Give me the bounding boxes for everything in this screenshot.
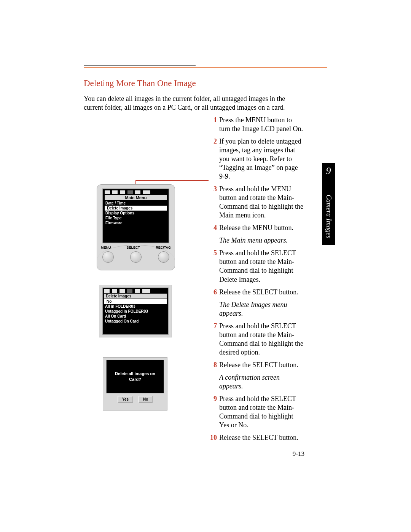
step-text: Press and hold the SELECT button and rot… bbox=[219, 395, 304, 430]
confirm-message: Delete all images on Card? bbox=[106, 360, 164, 393]
rectag-button[interactable] bbox=[158, 251, 169, 263]
note-confirmation-appears: A confirmation screen appears. bbox=[219, 373, 304, 391]
figure-main-menu: Main Menu Date / TimeDelete ImagesDispla… bbox=[97, 184, 175, 270]
yes-button[interactable]: Yes bbox=[118, 396, 133, 403]
rectag-label: REC/TAG bbox=[156, 246, 171, 249]
step: 5Press and hold the SELECT button and ro… bbox=[209, 249, 304, 284]
menu-item[interactable]: All On Card bbox=[103, 314, 168, 319]
step-text: Press and hold the SELECT button and rot… bbox=[219, 249, 304, 284]
step-number: 10 bbox=[209, 433, 217, 442]
menu-item[interactable]: No bbox=[104, 299, 167, 304]
step: 1Press the MENU button to turn the Image… bbox=[209, 116, 304, 133]
button-row bbox=[102, 251, 169, 263]
step-number: 6 bbox=[209, 288, 217, 297]
lcd-screen: Main Menu Date / TimeDelete ImagesDispla… bbox=[102, 189, 169, 243]
step: 10Release the SELECT button. bbox=[209, 433, 304, 442]
step-number: 2 bbox=[209, 137, 217, 181]
menu-item[interactable]: Untagged in FOLDER03 bbox=[103, 309, 168, 314]
header-rule bbox=[84, 66, 327, 68]
step-text: Release the SELECT button. bbox=[219, 361, 304, 369]
menu-item[interactable]: Delete Images bbox=[105, 206, 167, 211]
manual-page: Deleting More Than One Image You can del… bbox=[0, 0, 411, 532]
step-number: 1 bbox=[209, 116, 217, 133]
step-number: 8 bbox=[209, 361, 217, 369]
step-text: Press and hold the MENU button and rotat… bbox=[219, 185, 304, 220]
menu-button[interactable] bbox=[102, 251, 114, 263]
button-labels-row: MENU SELECT REC/TAG bbox=[101, 246, 171, 249]
no-button[interactable]: No bbox=[139, 396, 153, 403]
step-text: Release the MENU button. bbox=[219, 224, 304, 232]
page-number: 9-13 bbox=[293, 450, 304, 458]
chapter-label: Camera Images bbox=[325, 195, 333, 238]
step: 4Release the MENU button. bbox=[209, 224, 304, 232]
step-number: 4 bbox=[209, 224, 217, 232]
note-main-menu-appears: The Main menu appears. bbox=[219, 236, 304, 245]
menu-item[interactable]: Display Options bbox=[103, 211, 169, 216]
intro-paragraph: You can delete all images in the current… bbox=[84, 94, 304, 112]
step-number: 5 bbox=[209, 249, 217, 284]
step: 7Press and hold the SELECT button and ro… bbox=[209, 322, 304, 357]
step: 2If you plan to delete untagged images, … bbox=[209, 137, 304, 181]
lcd-icon-row bbox=[103, 189, 169, 194]
step: 6Release the SELECT button. bbox=[209, 288, 304, 297]
lcd-screen: Delete Images NoAll in FOLDER03Untagged … bbox=[102, 288, 169, 335]
step-text: Press the MENU button to turn the Image … bbox=[219, 116, 304, 133]
select-button[interactable] bbox=[130, 251, 142, 263]
note-delete-menu-appears: The Delete Images menu appears. bbox=[219, 300, 304, 318]
lcd-title: Delete Images bbox=[104, 294, 167, 299]
step-number: 7 bbox=[209, 322, 217, 357]
figure-confirmation-dialog: Delete all images on Card? Yes No bbox=[103, 357, 167, 411]
menu-item[interactable]: All in FOLDER03 bbox=[103, 304, 168, 309]
step-text: Press and hold the SELECT button and rot… bbox=[219, 322, 304, 357]
select-label: SELECT bbox=[127, 246, 140, 249]
menu-item[interactable]: Untagged On Card bbox=[103, 319, 168, 324]
figure-delete-images-menu: Delete Images NoAll in FOLDER03Untagged … bbox=[99, 285, 172, 337]
step-number: 3 bbox=[209, 185, 217, 220]
steps-list: 1Press the MENU button to turn the Image… bbox=[209, 116, 304, 446]
step: 9Press and hold the SELECT button and ro… bbox=[209, 395, 304, 430]
step: 8Release the SELECT button. bbox=[209, 361, 304, 369]
step-text: Release the SELECT button. bbox=[219, 433, 304, 442]
section-title: Deleting More Than One Image bbox=[84, 78, 196, 88]
menu-item[interactable]: Date / Time bbox=[103, 201, 169, 206]
chapter-number: 9 bbox=[322, 165, 335, 177]
lcd-icon-row bbox=[103, 288, 168, 293]
step: 3Press and hold the MENU button and rota… bbox=[209, 185, 304, 220]
menu-label: MENU bbox=[101, 246, 111, 249]
step-text: If you plan to delete untagged images, t… bbox=[219, 137, 304, 181]
menu-item[interactable]: File Type bbox=[103, 216, 169, 220]
step-number: 9 bbox=[209, 395, 217, 430]
chapter-tab: 9 Camera Images bbox=[322, 163, 335, 245]
menu-item[interactable]: Firmware bbox=[103, 220, 169, 225]
step-text: Release the SELECT button. bbox=[219, 288, 304, 297]
lcd-title: Main Menu bbox=[105, 195, 167, 200]
